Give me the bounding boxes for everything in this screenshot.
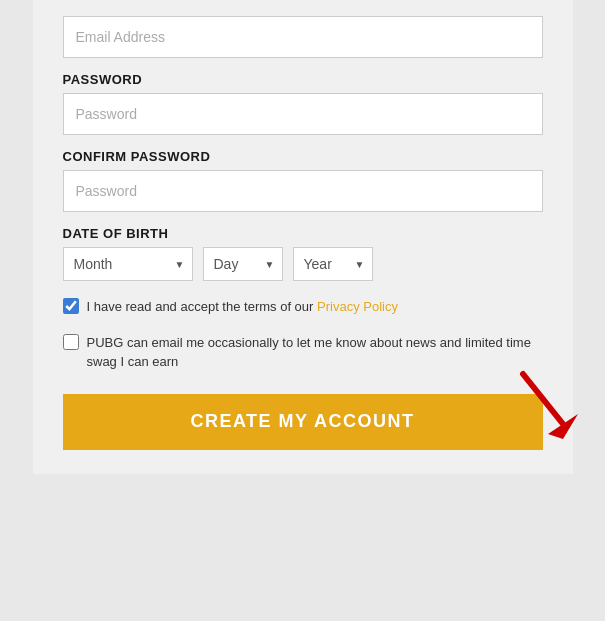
email-input[interactable] — [63, 16, 543, 58]
privacy-checkbox[interactable] — [63, 298, 79, 314]
email-optin-label: PUBG can email me occasionally to let me… — [87, 333, 543, 372]
year-wrapper: Year 202420232010 200019991990 1980 — [293, 247, 373, 281]
month-wrapper: Month January February March April May J… — [63, 247, 193, 281]
password-input[interactable] — [63, 93, 543, 135]
create-account-button[interactable]: CREATE MY ACCOUNT — [63, 394, 543, 450]
email-optin-checkbox[interactable] — [63, 334, 79, 350]
day-wrapper: Day 1234 5678 9101112 13141516 17181920 … — [203, 247, 283, 281]
email-optin-row: PUBG can email me occasionally to let me… — [63, 333, 543, 372]
red-arrow-icon — [513, 364, 583, 444]
dob-row: Month January February March April May J… — [63, 247, 543, 281]
day-select[interactable]: Day 1234 5678 9101112 13141516 17181920 … — [203, 247, 283, 281]
confirm-password-label: CONFIRM PASSWORD — [63, 149, 543, 164]
privacy-label: I have read and accept the terms of our … — [87, 297, 398, 317]
registration-form: PASSWORD CONFIRM PASSWORD DATE OF BIRTH … — [33, 0, 573, 474]
svg-line-0 — [523, 374, 563, 424]
year-select[interactable]: Year 202420232010 200019991990 1980 — [293, 247, 373, 281]
svg-marker-1 — [548, 414, 578, 439]
month-select[interactable]: Month January February March April May J… — [63, 247, 193, 281]
privacy-policy-row: I have read and accept the terms of our … — [63, 297, 543, 317]
privacy-policy-link[interactable]: Privacy Policy — [317, 299, 398, 314]
password-label: PASSWORD — [63, 72, 543, 87]
dob-label: DATE OF BIRTH — [63, 226, 543, 241]
confirm-password-input[interactable] — [63, 170, 543, 212]
